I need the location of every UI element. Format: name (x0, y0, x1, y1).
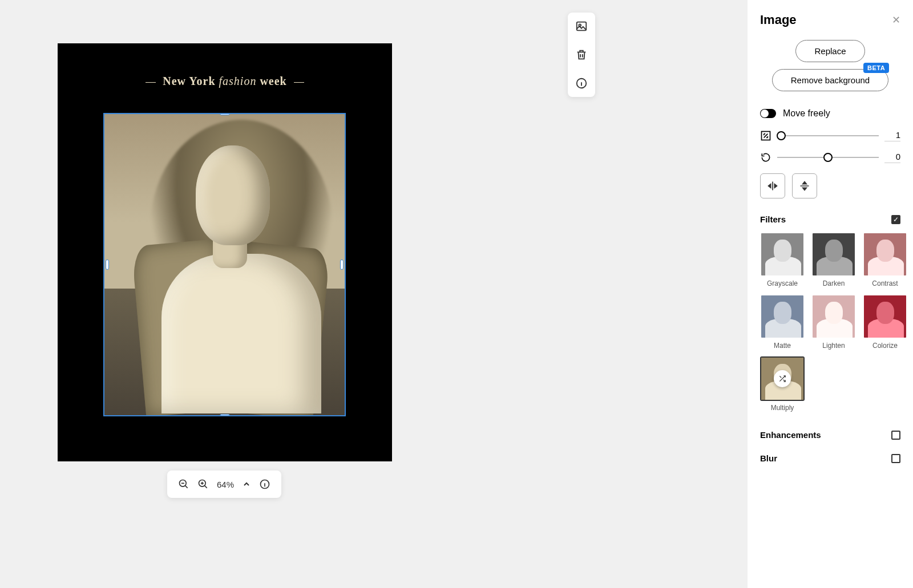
flip-horizontal-icon (767, 180, 778, 192)
flip-vertical-icon (799, 180, 810, 192)
panel-header: Image ✕ (760, 13, 900, 27)
image-icon (575, 20, 588, 33)
filter-darken[interactable]: Darken (811, 232, 856, 287)
filter-colorize[interactable]: Colorize (863, 294, 907, 350)
filter-thumbnail (863, 294, 907, 339)
zoom-in-icon (197, 478, 209, 490)
title-prefix: New York (163, 75, 215, 87)
scale-value[interactable]: 1 (884, 130, 900, 141)
blur-title: Blur (760, 453, 777, 463)
zoom-toolbar: 64% (167, 471, 281, 498)
action-image-button[interactable] (575, 19, 588, 33)
filter-lighten[interactable]: Lighten (811, 294, 856, 350)
dash-icon (294, 82, 304, 83)
resize-handle-top[interactable] (220, 113, 230, 115)
selected-image[interactable] (103, 113, 346, 416)
scale-slider[interactable] (777, 135, 879, 136)
resize-handle-left[interactable] (106, 259, 109, 270)
filters-header: Filters (760, 214, 900, 224)
rotate-slider[interactable] (777, 157, 879, 158)
zoom-out-button[interactable] (178, 478, 189, 490)
panel-title: Image (760, 13, 797, 27)
image-actions: Replace Remove background BETA (760, 40, 900, 91)
chevron-up-icon (242, 480, 251, 489)
zoom-in-button[interactable] (197, 478, 209, 490)
image-content (104, 114, 345, 415)
action-delete-button[interactable] (575, 48, 588, 62)
move-freely-toggle[interactable] (760, 109, 776, 118)
rotate-slider-row: 0 (760, 152, 900, 163)
zoom-menu-button[interactable] (242, 480, 251, 489)
filter-thumbnail (760, 232, 805, 277)
action-info-button[interactable] (575, 76, 588, 90)
filter-grayscale[interactable]: Grayscale (760, 232, 805, 287)
beta-badge: BETA (863, 63, 889, 73)
resize-handle-right[interactable] (340, 259, 344, 270)
filter-label: Grayscale (767, 279, 798, 287)
filter-matte[interactable]: Matte (760, 294, 805, 350)
resize-handle-bottom[interactable] (220, 414, 230, 416)
zoom-out-icon (178, 478, 189, 490)
filter-label: Lighten (822, 342, 845, 350)
flip-vertical-button[interactable] (792, 173, 817, 198)
remove-background-label: Remove background (791, 75, 870, 85)
filter-thumbnail (811, 232, 856, 277)
filter-label: Darken (823, 279, 845, 287)
filter-thumbnail (760, 294, 805, 339)
blur-row[interactable]: Blur (760, 447, 900, 470)
blur-checkbox[interactable] (891, 454, 900, 463)
enhancements-title: Enhancements (760, 430, 821, 440)
move-freely-label: Move freely (783, 108, 830, 119)
close-panel-button[interactable]: ✕ (892, 14, 900, 26)
trash-icon (575, 48, 588, 61)
filter-label: Colorize (872, 342, 898, 350)
filter-thumbnail (760, 356, 805, 401)
flip-horizontal-button[interactable] (760, 173, 785, 198)
remove-background-button[interactable]: Remove background BETA (772, 69, 888, 91)
info-icon (259, 478, 270, 490)
filters-title: Filters (760, 214, 786, 224)
properties-panel: Image ✕ Replace Remove background BETA M… (748, 0, 913, 588)
scale-icon (760, 130, 771, 141)
title-suffix: week (260, 75, 286, 87)
filter-label: Contrast (872, 279, 898, 287)
move-freely-row: Move freely (760, 108, 900, 119)
replace-button[interactable]: Replace (795, 40, 864, 62)
poster-title: New York fashion week (58, 75, 392, 88)
filter-thumbnail (811, 294, 856, 339)
filter-contrast[interactable]: Contrast (863, 232, 907, 287)
rotate-value[interactable]: 0 (884, 152, 900, 163)
filter-thumbnail (863, 232, 907, 277)
filter-label: Multiply (771, 404, 794, 412)
filter-grid: GrayscaleDarkenContrastMatteLightenColor… (760, 232, 900, 412)
enhancements-checkbox[interactable] (891, 431, 900, 440)
enhancements-row[interactable]: Enhancements (760, 423, 900, 447)
info-icon (575, 77, 588, 90)
dash-icon (146, 82, 156, 83)
shuffle-icon[interactable] (774, 370, 791, 387)
canvas-area[interactable]: New York fashion week (0, 0, 608, 588)
filter-label: Matte (774, 342, 791, 350)
flip-buttons (760, 173, 900, 198)
action-column (568, 13, 595, 97)
filters-toggle-checkbox[interactable] (891, 215, 900, 224)
scale-slider-row: 1 (760, 130, 900, 141)
zoom-info-button[interactable] (259, 478, 270, 490)
rotate-icon (760, 152, 771, 163)
zoom-percent: 64% (217, 480, 234, 489)
filter-multiply[interactable]: Multiply (760, 356, 805, 412)
title-italic: fashion (219, 75, 257, 87)
